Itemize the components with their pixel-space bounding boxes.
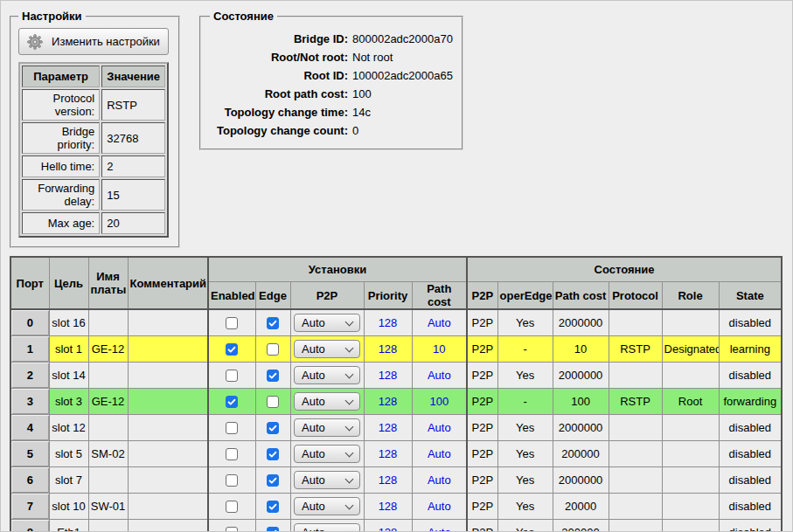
role-cell: [662, 363, 719, 389]
settings-row: Protocol version:RSTP: [22, 89, 165, 121]
bridge-state-value: 800002adc2000a70: [352, 30, 453, 48]
path-cost-link[interactable]: Auto: [428, 421, 451, 434]
edit-settings-button[interactable]: Изменить настройки: [18, 28, 169, 55]
path-cost-setting-cell: Auto: [412, 363, 467, 389]
p2p-select[interactable]: Auto: [294, 418, 360, 437]
path-cost-link[interactable]: Auto: [428, 369, 451, 382]
check-icon: [268, 318, 278, 328]
priority-link[interactable]: 128: [379, 342, 398, 356]
port-state-cell: disabled: [719, 309, 782, 336]
priority-link[interactable]: 128: [379, 473, 398, 487]
settings-param-label: Protocol version:: [22, 89, 100, 121]
protocol-cell: [609, 520, 662, 532]
path-cost-link[interactable]: Auto: [428, 526, 451, 532]
p2p-select[interactable]: Auto: [294, 340, 360, 358]
p2p-select[interactable]: Auto: [294, 366, 360, 384]
enabled-checkbox[interactable]: [226, 501, 238, 513]
p2p-select[interactable]: Auto: [294, 523, 360, 532]
priority-link[interactable]: 128: [379, 526, 398, 532]
check-icon: [268, 423, 278, 433]
col-header-comment: Комментарий: [128, 257, 208, 309]
edge-checkbox[interactable]: [267, 370, 279, 382]
p2p-select[interactable]: Auto: [294, 471, 360, 489]
settings-row: Max age:20: [22, 212, 165, 234]
path-cost-link[interactable]: Auto: [428, 316, 451, 329]
state-path-cost-cell: 2000000: [553, 363, 609, 389]
priority-link[interactable]: 128: [379, 447, 398, 460]
priority-cell: 128: [364, 494, 412, 520]
path-cost-link[interactable]: 10: [433, 342, 445, 356]
p2p-select[interactable]: Auto: [294, 392, 360, 411]
target-cell: slot 16: [49, 309, 88, 336]
settings-param-value: 32768: [101, 122, 165, 154]
edge-checkbox[interactable]: [267, 317, 279, 329]
path-cost-link[interactable]: Auto: [428, 500, 451, 513]
p2p-select[interactable]: Auto: [294, 445, 360, 463]
group-header-state: Состояние: [467, 257, 782, 282]
edge-checkbox[interactable]: [267, 527, 279, 532]
edge-cell: [255, 441, 290, 467]
check-icon: [268, 501, 278, 512]
path-cost-setting-cell: Auto: [412, 415, 467, 441]
enabled-checkbox[interactable]: [226, 527, 238, 532]
enabled-cell: [208, 336, 255, 363]
edge-checkbox[interactable]: [267, 396, 279, 408]
priority-link[interactable]: 128: [379, 369, 398, 382]
enabled-cell: [208, 467, 255, 494]
oper-edge-cell: Yes: [497, 363, 553, 389]
priority-link[interactable]: 128: [379, 500, 398, 513]
enabled-checkbox[interactable]: [226, 422, 238, 434]
priority-link[interactable]: 128: [379, 316, 398, 329]
bridge-state-label: Root ID:: [210, 66, 348, 85]
path-cost-link[interactable]: Auto: [428, 447, 451, 460]
p2p-select[interactable]: Auto: [294, 314, 360, 332]
oper-edge-cell: Yes: [497, 494, 553, 520]
path-cost-link[interactable]: 100: [429, 395, 449, 408]
col-header-role: Role: [662, 282, 719, 310]
comment-cell: [128, 309, 208, 336]
enabled-checkbox[interactable]: [226, 448, 238, 460]
edge-checkbox[interactable]: [267, 448, 279, 460]
chevron-down-icon: [345, 396, 354, 404]
enabled-checkbox[interactable]: [226, 474, 238, 487]
enabled-cell: [208, 441, 255, 467]
edge-checkbox[interactable]: [267, 501, 279, 513]
state-p2p-cell: P2P: [467, 389, 497, 415]
state-p2p-cell: P2P: [467, 336, 497, 363]
rstp-settings-page: Настройки: [0, 0, 793, 532]
enabled-checkbox[interactable]: [226, 317, 238, 329]
enabled-cell: [208, 520, 255, 532]
port-state-cell: disabled: [719, 441, 782, 467]
col-header-state-p2p: P2P: [467, 282, 497, 310]
oper-edge-cell: Yes: [497, 415, 553, 441]
chevron-down-icon: [345, 317, 354, 326]
edge-checkbox[interactable]: [267, 474, 279, 487]
bridge-state-value: 14c: [352, 103, 371, 121]
edge-cell: [255, 520, 290, 532]
port-row: 1slot 1GE-12Auto12810P2P-10RSTPDesignate…: [10, 336, 782, 363]
role-cell: [662, 441, 719, 467]
edge-checkbox[interactable]: [267, 343, 279, 356]
chevron-down-icon: [345, 343, 354, 352]
protocol-cell: RSTP: [609, 336, 662, 363]
priority-cell: 128: [364, 441, 412, 467]
oper-edge-cell: Yes: [497, 309, 553, 336]
p2p-select-value: Auto: [302, 342, 325, 356]
target-cell: slot 14: [49, 363, 88, 389]
target-cell: slot 12: [49, 415, 88, 441]
priority-link[interactable]: 128: [379, 395, 398, 408]
enabled-checkbox[interactable]: [226, 370, 238, 382]
ports-table-header: Порт Цель Имя платы Комментарий Установк…: [10, 257, 782, 309]
edge-checkbox[interactable]: [267, 422, 279, 434]
priority-link[interactable]: 128: [379, 421, 398, 434]
enabled-checkbox[interactable]: [226, 396, 238, 408]
path-cost-link[interactable]: Auto: [428, 473, 451, 487]
state-path-cost-cell: 20000: [553, 494, 609, 520]
priority-cell: 128: [364, 467, 412, 494]
enabled-checkbox[interactable]: [226, 343, 238, 356]
p2p-setting-cell: Auto: [290, 520, 364, 532]
p2p-select[interactable]: Auto: [294, 497, 360, 515]
col-header-target: Цель: [49, 257, 88, 309]
port-row: 8Eth1Auto128AutoP2PYes200000disabled: [10, 520, 782, 532]
ports-table: Порт Цель Имя платы Комментарий Установк…: [10, 256, 783, 532]
